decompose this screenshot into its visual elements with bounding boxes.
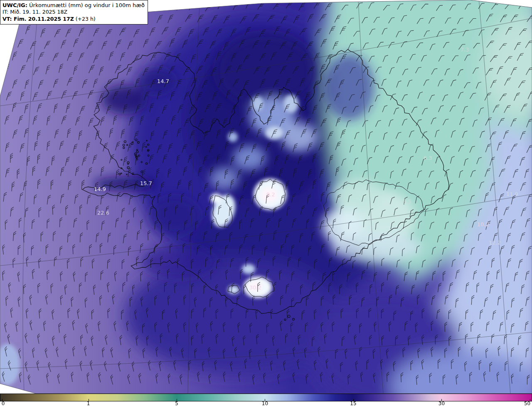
weather-map-app: 14.715.714.922.69.230.27.36.36.511.910.2… — [0, 0, 532, 406]
colorbar-tick-1: 1 — [87, 401, 90, 406]
init-value: Mið. 19. 11. 2025 18Z — [8, 9, 67, 15]
precip-value-label: 12.2 — [489, 240, 501, 246]
precip-value-label: 9.2 — [266, 191, 275, 198]
precip-value-label: 6.5 — [403, 198, 411, 205]
model-label: UWC/IG: — [2, 2, 27, 8]
colorbar-tick-30: 30 — [438, 401, 445, 406]
colorbar-tick-labels: 01510153050 — [0, 401, 532, 406]
precip-value-label: 6.3 — [424, 155, 432, 161]
colorbar-tick-10: 10 — [262, 401, 268, 406]
precip-wind-map: 14.715.714.922.69.230.27.36.36.511.910.2… — [0, 0, 532, 394]
colorbar-tick-0: 0 — [2, 401, 5, 406]
colorbar-tick-15: 15 — [350, 401, 356, 406]
map-title: Úrkomumætti (mm) og vindur i 100m hæð — [27, 2, 145, 8]
title-box: UWC/IG: Úrkomumætti (mm) og vindur i 100… — [0, 0, 148, 24]
init-label: IT: — [2, 9, 8, 15]
valid-value: Fim. 20.11.2025 17Z — [12, 16, 74, 22]
precip-value-label: 22.6 — [97, 210, 109, 216]
valid-offset: (+23 h) — [74, 16, 96, 22]
precip-value-label: 14.7 — [157, 78, 169, 84]
precip-value-label: 14.9 — [94, 186, 106, 192]
precip-value-label: 15.7 — [140, 180, 152, 186]
valid-label: VT: — [2, 16, 12, 22]
valid-time-line: VT: Fim. 20.11.2025 17Z (+23 h) — [2, 16, 145, 23]
colorbar-row: 01510153050 — [0, 394, 532, 406]
map-canvas: 14.715.714.922.69.230.27.36.36.511.910.2… — [0, 0, 532, 394]
colorbar-tick-5: 5 — [175, 401, 178, 406]
colorbar-tick-50: 50 — [524, 401, 530, 406]
precip-value-label: 10.2 — [477, 221, 489, 227]
map-title-line: UWC/IG: Úrkomumætti (mm) og vindur i 100… — [2, 2, 145, 9]
precip-value-label: 30.2 — [249, 284, 261, 291]
precip-value-label: 11.9 — [506, 191, 518, 197]
init-time-line: IT: Mið. 19. 11. 2025 18Z — [2, 9, 145, 16]
precip-value-label: 7.3 — [461, 46, 469, 53]
precipitation-field — [0, 0, 532, 394]
